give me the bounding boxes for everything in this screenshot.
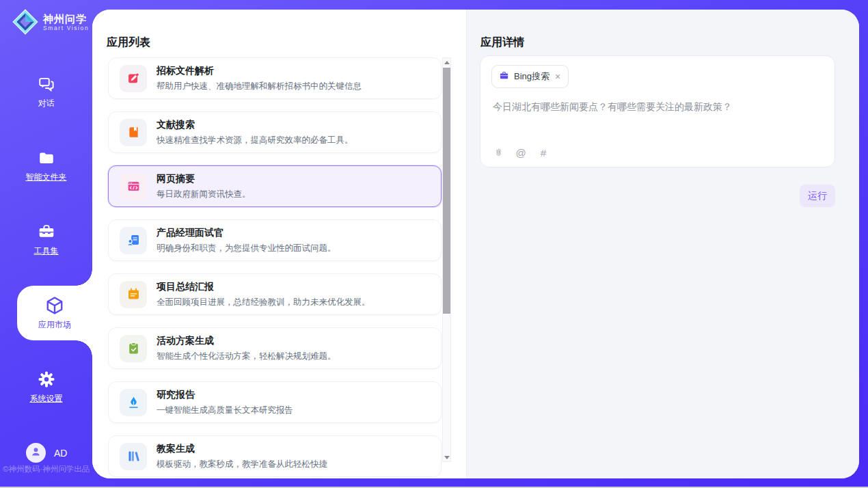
sidebar-item[interactable]: 应用市场 <box>17 286 92 340</box>
hash-icon[interactable]: # <box>538 147 549 158</box>
app-description: 每日政府新闻资讯快查。 <box>157 189 251 200</box>
avatar[interactable] <box>26 443 46 463</box>
browser-icon <box>120 173 147 200</box>
app-name: 项目总结汇报 <box>157 281 370 293</box>
app-name: 活动方案生成 <box>157 335 336 347</box>
app-list-panel: 应用列表 招标文件解析 帮助用户快速、准确地理解和解析招标书中的关键信息 文献搜… <box>92 10 467 478</box>
query-card: Bing搜索 × 今日湖北有哪些新闻要点？有哪些需要关注的最新政策？ @# <box>480 55 835 167</box>
app-name: 文献搜索 <box>157 119 353 131</box>
app-description: 模板驱动，教案秒成，教学准备从此轻松快捷 <box>157 459 327 470</box>
chat-icon <box>38 75 55 93</box>
books-icon <box>120 443 147 470</box>
app-list-item[interactable]: 产品经理面试官 明确身份和职责，为您提供专业性的面试问题。 <box>108 219 442 261</box>
sidebar: 神州问学 Smart Vision 对话 智能文件夹 工具集 应用市场 系统设置 <box>0 0 92 487</box>
person-icon <box>29 445 42 461</box>
user-initials: AD <box>54 448 67 459</box>
calendar-icon <box>120 281 147 308</box>
main-content: 应用列表 招标文件解析 帮助用户快速、准确地理解和解析招标书中的关键信息 文献搜… <box>92 10 859 478</box>
sidebar-item-label: 工具集 <box>34 245 59 257</box>
app-list-item[interactable]: 活动方案生成 智能生成个性化活动方案，轻松解决规划难题。 <box>108 327 442 369</box>
sidebar-item[interactable]: 对话 <box>0 75 92 109</box>
attachment-icon[interactable] <box>493 147 504 158</box>
query-input[interactable]: 今日湖北有哪些新闻要点？有哪些需要关注的最新政策？ <box>493 100 822 113</box>
tool-chip-label: Bing搜索 <box>514 70 550 83</box>
sidebar-item[interactable]: 系统设置 <box>0 370 92 405</box>
app-name: 研究报告 <box>157 389 293 401</box>
app-description: 快速精准查找学术资源，提高研究效率的必备工具。 <box>157 135 353 146</box>
scroll-up-icon[interactable] <box>443 58 450 66</box>
app-list-item[interactable]: 文献搜索 快速精准查找学术资源，提高研究效率的必备工具。 <box>108 111 442 153</box>
briefcase-icon <box>499 70 509 83</box>
interview-icon <box>120 227 147 254</box>
app-name: 教案生成 <box>157 443 327 455</box>
app-list-item[interactable]: 研究报告 一键智能生成高质量长文本研究报告 <box>108 381 442 423</box>
sidebar-item-label: 智能文件夹 <box>26 172 67 183</box>
run-button[interactable]: 运行 <box>800 185 835 207</box>
card-toolbar: @# <box>493 147 549 158</box>
scroll-down-icon[interactable] <box>443 453 450 461</box>
folder-icon <box>38 149 55 167</box>
app-description: 明确身份和职责，为您提供专业性的面试问题。 <box>157 243 336 254</box>
app-list-item[interactable]: 项目总结汇报 全面回顾项目进展，总结经验教训，助力未来优化发展。 <box>108 273 442 315</box>
book-icon <box>120 119 147 146</box>
brand-logo: 神州问学 Smart Vision <box>12 9 89 35</box>
clipboard-icon <box>120 335 147 362</box>
app-description: 一键智能生成高质量长文本研究报告 <box>157 405 293 416</box>
copyright-footer: ©神州数码·神州问学出品 <box>3 464 92 474</box>
app-name: 产品经理面试官 <box>157 227 336 239</box>
gear-icon <box>38 370 55 388</box>
app-detail-panel: 应用详情 Bing搜索 × 今日湖北有哪些新闻要点？有哪些需要关注的最新政策？ … <box>467 10 859 478</box>
report-icon <box>120 389 147 416</box>
app-description: 智能生成个性化活动方案，轻松解决规划难题。 <box>157 351 336 362</box>
mention-icon[interactable]: @ <box>515 147 526 158</box>
brand-name: 神州问学 <box>43 13 89 25</box>
brand-subtitle: Smart Vision <box>43 25 89 31</box>
sidebar-item-label: 对话 <box>38 98 55 109</box>
sidebar-item-label: 应用市场 <box>38 319 71 331</box>
cube-icon <box>44 295 65 316</box>
toolbox-icon <box>38 223 55 241</box>
sidebar-item[interactable]: 工具集 <box>0 223 92 257</box>
app-name: 招标文件解析 <box>157 65 362 77</box>
scrollbar[interactable] <box>442 57 451 462</box>
edit-doc-icon <box>120 65 147 92</box>
sidebar-item-label: 系统设置 <box>30 393 63 405</box>
app-description: 全面回顾项目进展，总结经验教训，助力未来优化发展。 <box>157 297 370 308</box>
app-list: 招标文件解析 帮助用户快速、准确地理解和解析招标书中的关键信息 文献搜索 快速精… <box>108 57 442 478</box>
brand-diamond-icon <box>12 9 38 35</box>
app-description: 帮助用户快速、准确地理解和解析招标书中的关键信息 <box>157 81 362 92</box>
app-list-item[interactable]: 教案生成 模板驱动，教案秒成，教学准备从此轻松快捷 <box>108 435 442 477</box>
app-list-item[interactable]: 网页摘要 每日政府新闻资讯快查。 <box>108 165 442 207</box>
app-list-item[interactable]: 招标文件解析 帮助用户快速、准确地理解和解析招标书中的关键信息 <box>108 57 442 99</box>
sidebar-item[interactable]: 智能文件夹 <box>0 149 92 183</box>
app-detail-title: 应用详情 <box>480 36 524 50</box>
app-name: 网页摘要 <box>157 173 251 185</box>
scrollbar-thumb[interactable] <box>443 68 450 314</box>
tool-chip-bing-search[interactable]: Bing搜索 × <box>491 65 569 88</box>
close-icon[interactable]: × <box>554 72 561 81</box>
app-list-title: 应用列表 <box>107 36 150 50</box>
user-profile[interactable]: AD <box>26 443 67 463</box>
